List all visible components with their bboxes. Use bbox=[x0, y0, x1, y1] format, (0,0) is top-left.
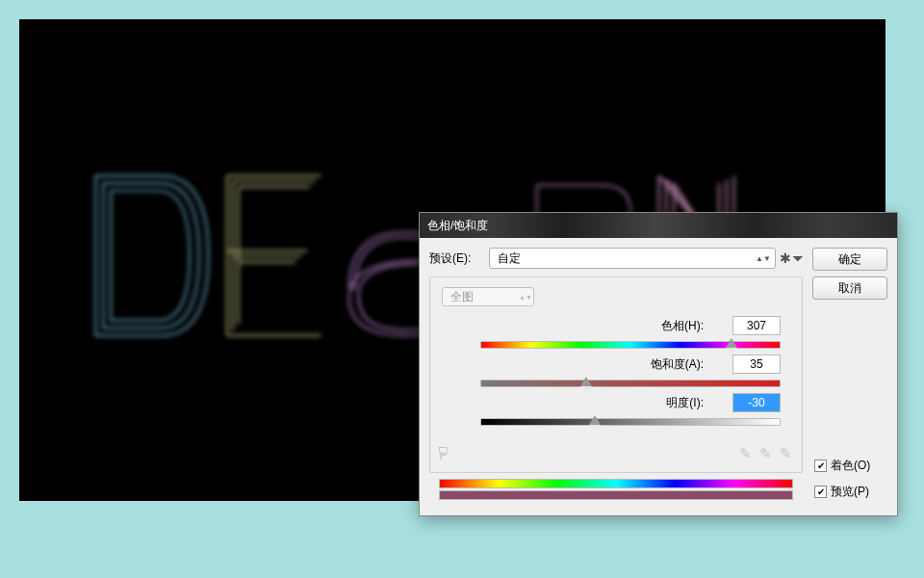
lightness-slider[interactable] bbox=[480, 418, 781, 426]
gear-icon: ✱⏷ bbox=[780, 250, 805, 266]
preview-label: 预览(P) bbox=[831, 484, 869, 500]
preview-checkbox[interactable]: ✔ 预览(P) bbox=[812, 482, 887, 502]
hue-label: 色相(H): bbox=[627, 318, 704, 334]
preset-value: 自定 bbox=[498, 250, 521, 267]
colorize-checkbox[interactable]: ✔ 着色(O) bbox=[812, 456, 887, 476]
saturation-label: 饱和度(A): bbox=[627, 356, 704, 373]
slider-thumb[interactable] bbox=[589, 415, 601, 425]
colorize-label: 着色(O) bbox=[831, 458, 870, 474]
eyedropper-icon[interactable]: ✎ bbox=[739, 445, 752, 462]
hue-saturation-dialog: 色相/饱和度 预设(E): 自定 ▲▼ ✱⏷ 全图 ▲▼ bbox=[419, 212, 898, 516]
hue-input[interactable]: 307 bbox=[732, 316, 781, 335]
channel-dropdown[interactable]: 全图 ▲▼ bbox=[442, 287, 534, 306]
cancel-button[interactable]: 取消 bbox=[812, 276, 887, 300]
slider-thumb[interactable] bbox=[726, 338, 737, 348]
spectrum-before bbox=[439, 479, 793, 488]
lightness-label: 明度(I): bbox=[627, 395, 704, 411]
preset-menu-button[interactable]: ✱⏷ bbox=[782, 250, 803, 266]
saturation-slider[interactable] bbox=[480, 380, 781, 387]
updown-icon: ▲▼ bbox=[757, 256, 769, 261]
channel-value: 全图 bbox=[450, 289, 474, 305]
hue-slider[interactable] bbox=[480, 341, 781, 349]
preset-label: 预设(E): bbox=[429, 250, 483, 267]
eyedropper-add-icon[interactable]: ✎ bbox=[759, 445, 772, 462]
ok-button[interactable]: 确定 bbox=[812, 248, 887, 271]
eyedropper-subtract-icon[interactable]: ✎ bbox=[780, 445, 792, 462]
saturation-input[interactable]: 35 bbox=[732, 355, 781, 374]
eyedropper-group: ✎ ✎ ✎ bbox=[739, 445, 792, 462]
checkbox-icon: ✔ bbox=[814, 486, 827, 498]
dialog-title: 色相/饱和度 bbox=[427, 218, 488, 234]
spectrum-after bbox=[439, 490, 793, 500]
sliders-frame: 全图 ▲▼ 色相(H): 307 饱和度(A): 35 bbox=[429, 276, 803, 473]
lightness-input[interactable]: -30 bbox=[732, 393, 781, 412]
slider-thumb[interactable] bbox=[580, 377, 592, 386]
scrubby-hand-icon[interactable]: ☟ bbox=[438, 443, 449, 464]
checkbox-icon: ✔ bbox=[814, 460, 827, 472]
preset-dropdown[interactable]: 自定 ▲▼ bbox=[489, 248, 776, 269]
updown-icon: ▲▼ bbox=[519, 295, 528, 300]
spectrum-preview bbox=[439, 479, 793, 500]
dialog-titlebar[interactable]: 色相/饱和度 bbox=[420, 213, 897, 238]
